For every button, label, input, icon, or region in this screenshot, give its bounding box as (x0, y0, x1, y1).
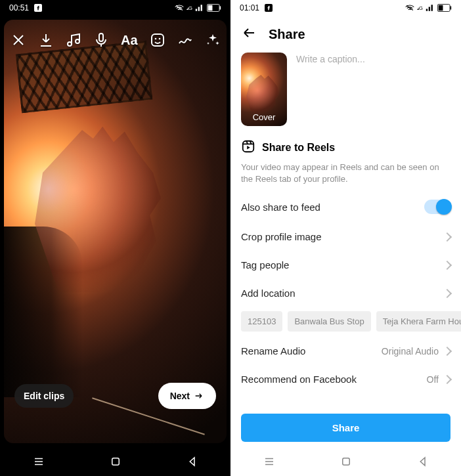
android-nav-bar (230, 447, 461, 476)
also-share-to-feed-label: Also share to feed (241, 202, 320, 213)
also-share-to-feed-row[interactable]: Also share to feed (230, 191, 461, 223)
editor-screen: 00:51 ₄G (0, 0, 230, 476)
svg-rect-13 (243, 141, 254, 152)
svg-rect-3 (208, 5, 213, 11)
status-bar: 01:01 ₄G (230, 0, 461, 16)
recents-icon[interactable] (33, 456, 45, 467)
status-indicators: ₄G (175, 4, 221, 12)
recommend-fb-row[interactable]: Recommend on Facebook Off (230, 365, 461, 393)
recommend-fb-value: Off (427, 374, 439, 385)
mic-icon[interactable] (93, 32, 109, 49)
back-icon[interactable] (187, 456, 198, 467)
editor-canvas[interactable]: Aa Edit clips Next (4, 20, 227, 443)
chevron-right-icon (443, 347, 452, 356)
svg-rect-2 (219, 6, 221, 9)
wifi-mute-icon (175, 4, 184, 12)
text-tool-icon[interactable]: Aa (121, 32, 138, 49)
back-icon[interactable] (417, 456, 429, 467)
location-chip-row: 125103 Banwala Bus Stop Teja Khera Farm … (230, 307, 461, 337)
share-header: Share (230, 16, 461, 50)
share-to-reels-title: Share to Reels (262, 142, 335, 154)
background-hand (27, 121, 185, 292)
facebook-notif-icon (34, 4, 42, 12)
next-button[interactable]: Next (158, 383, 216, 409)
recommend-fb-label: Recommend on Facebook (241, 374, 357, 385)
signal-icon (426, 4, 435, 12)
network-label-icon: ₄G (187, 5, 192, 11)
background-grill (16, 41, 152, 113)
share-button[interactable]: Share (241, 414, 450, 442)
home-icon[interactable] (340, 456, 352, 467)
rename-audio-value: Original Audio (382, 346, 439, 357)
cover-label: Cover (241, 112, 287, 122)
rename-audio-row[interactable]: Rename Audio Original Audio (230, 337, 461, 365)
cover-thumbnail[interactable]: Cover (241, 53, 287, 126)
status-indicators: ₄G (405, 4, 452, 12)
chevron-right-icon (443, 261, 452, 270)
location-chip[interactable]: Banwala Bus Stop (288, 311, 370, 332)
svg-point-6 (154, 38, 156, 40)
effects-sparkle-icon[interactable] (205, 32, 221, 49)
status-time: 00:51 (9, 3, 29, 12)
next-label: Next (170, 391, 190, 401)
location-chip[interactable]: 125103 (241, 311, 282, 332)
svg-rect-8 (112, 458, 119, 465)
tag-people-row[interactable]: Tag people (230, 251, 461, 279)
reels-icon (241, 139, 255, 156)
chevron-right-icon (443, 232, 452, 242)
add-location-label: Add location (241, 288, 296, 299)
draw-icon[interactable] (177, 32, 193, 49)
svg-rect-12 (439, 5, 443, 11)
share-screen: 01:01 ₄G Share Cover Write a caption... (230, 0, 461, 476)
home-icon[interactable] (110, 456, 121, 467)
tag-people-label: Tag people (241, 259, 289, 270)
battery-icon (207, 4, 221, 12)
rename-audio-label: Rename Audio (241, 345, 305, 357)
wifi-mute-icon (405, 4, 414, 12)
location-chip[interactable]: Teja Khera Farm House (376, 311, 461, 332)
svg-rect-5 (152, 34, 164, 46)
music-icon[interactable] (66, 32, 81, 49)
share-to-reels-header: Share to Reels (230, 135, 461, 160)
arrow-right-icon (194, 391, 204, 401)
battery-icon (437, 4, 452, 12)
edit-clips-label: Edit clips (24, 391, 64, 401)
svg-rect-11 (450, 6, 451, 9)
crop-profile-row[interactable]: Crop profile image (230, 223, 461, 251)
caption-placeholder: Write a caption... (296, 54, 365, 64)
sticker-icon[interactable] (150, 32, 165, 49)
caption-input[interactable]: Write a caption... (296, 53, 450, 126)
feed-toggle[interactable] (424, 200, 450, 214)
cover-hand (246, 75, 283, 114)
edit-clips-button[interactable]: Edit clips (14, 384, 74, 408)
android-nav-bar (0, 447, 230, 476)
svg-rect-4 (99, 33, 103, 41)
status-time: 01:01 (240, 3, 259, 12)
chevron-right-icon (443, 289, 452, 298)
add-location-row[interactable]: Add location (230, 279, 461, 307)
back-arrow-icon[interactable] (241, 25, 257, 43)
recents-icon[interactable] (263, 456, 275, 467)
status-bar: 00:51 ₄G (0, 0, 230, 16)
close-icon[interactable] (11, 32, 26, 49)
editor-toolbar: Aa (11, 32, 220, 49)
caption-row: Cover Write a caption... (230, 50, 461, 135)
svg-point-7 (158, 38, 160, 40)
facebook-notif-icon (265, 4, 273, 12)
share-to-reels-subtitle: Your video may appear in Reels and can b… (230, 160, 461, 191)
crop-profile-label: Crop profile image (241, 231, 322, 242)
share-title: Share (269, 27, 305, 42)
download-icon[interactable] (38, 32, 54, 49)
network-label-icon: ₄G (417, 5, 423, 11)
editor-bottom-bar: Edit clips Next (4, 383, 227, 409)
chevron-right-icon (443, 375, 452, 384)
svg-rect-14 (342, 458, 349, 465)
signal-icon (195, 4, 204, 12)
share-button-label: Share (332, 422, 360, 433)
